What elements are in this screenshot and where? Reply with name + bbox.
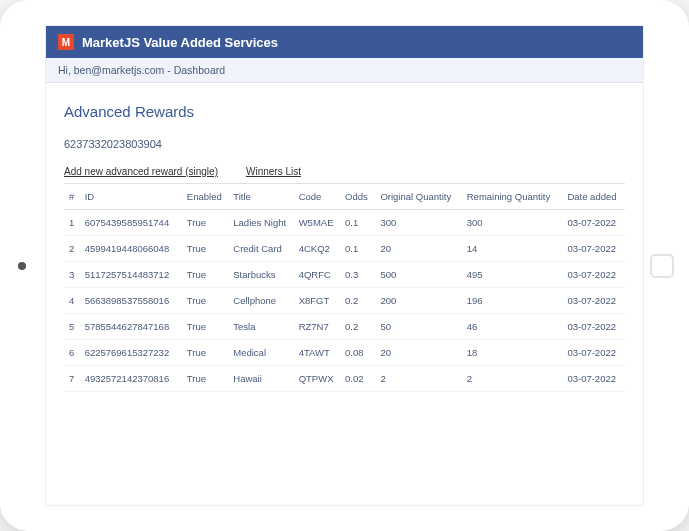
cell-num: 3 bbox=[64, 262, 80, 288]
app-header: M MarketJS Value Added Services bbox=[46, 26, 643, 58]
cell-orig_qty: 200 bbox=[375, 288, 461, 314]
col-header-odds: Odds bbox=[340, 184, 375, 210]
action-links: Add new advanced reward (single) Winners… bbox=[64, 166, 625, 177]
cell-rem_qty: 2 bbox=[462, 366, 563, 392]
add-reward-link[interactable]: Add new advanced reward (single) bbox=[64, 166, 218, 177]
logo-letter: M bbox=[62, 37, 70, 48]
app-title: MarketJS Value Added Services bbox=[82, 35, 278, 50]
cell-enabled: True bbox=[182, 210, 228, 236]
cell-num: 5 bbox=[64, 314, 80, 340]
col-header-code: Code bbox=[294, 184, 340, 210]
cell-num: 2 bbox=[64, 236, 80, 262]
cell-enabled: True bbox=[182, 236, 228, 262]
tablet-home-button[interactable] bbox=[650, 254, 674, 278]
cell-code: QTPWX bbox=[294, 366, 340, 392]
cell-rem_qty: 14 bbox=[462, 236, 563, 262]
winners-list-link[interactable]: Winners List bbox=[246, 166, 301, 177]
cell-date: 03-07-2022 bbox=[562, 210, 625, 236]
cell-date: 03-07-2022 bbox=[562, 314, 625, 340]
cell-code: 4TAWT bbox=[294, 340, 340, 366]
cell-rem_qty: 46 bbox=[462, 314, 563, 340]
cell-orig_qty: 2 bbox=[375, 366, 461, 392]
cell-odds: 0.1 bbox=[340, 236, 375, 262]
cell-id: 5663898537558016 bbox=[80, 288, 182, 314]
cell-odds: 0.1 bbox=[340, 210, 375, 236]
cell-num: 4 bbox=[64, 288, 80, 314]
cell-odds: 0.02 bbox=[340, 366, 375, 392]
cell-enabled: True bbox=[182, 314, 228, 340]
cell-id: 6225769615327232 bbox=[80, 340, 182, 366]
cell-rem_qty: 495 bbox=[462, 262, 563, 288]
cell-title: Cellphone bbox=[228, 288, 293, 314]
cell-code: 4QRFC bbox=[294, 262, 340, 288]
cell-code: RZ7N7 bbox=[294, 314, 340, 340]
logo-icon: M bbox=[58, 34, 74, 50]
cell-rem_qty: 18 bbox=[462, 340, 563, 366]
cell-id: 5785544627847168 bbox=[80, 314, 182, 340]
cell-rem_qty: 300 bbox=[462, 210, 563, 236]
cell-date: 03-07-2022 bbox=[562, 340, 625, 366]
cell-title: Hawaii bbox=[228, 366, 293, 392]
cell-id: 6075439585951744 bbox=[80, 210, 182, 236]
col-header-enabled: Enabled bbox=[182, 184, 228, 210]
table-row[interactable]: 45663898537558016TrueCellphoneX8FGT0.220… bbox=[64, 288, 625, 314]
table-row[interactable]: 55785544627847168TrueTeslaRZ7N70.2504603… bbox=[64, 314, 625, 340]
cell-odds: 0.08 bbox=[340, 340, 375, 366]
page-title: Advanced Rewards bbox=[64, 103, 625, 120]
cell-odds: 0.2 bbox=[340, 314, 375, 340]
cell-odds: 0.2 bbox=[340, 288, 375, 314]
cell-orig_qty: 500 bbox=[375, 262, 461, 288]
cell-title: Tesla bbox=[228, 314, 293, 340]
cell-rem_qty: 196 bbox=[462, 288, 563, 314]
tablet-camera bbox=[18, 262, 26, 270]
cell-code: 4CKQ2 bbox=[294, 236, 340, 262]
cell-odds: 0.3 bbox=[340, 262, 375, 288]
cell-title: Medical bbox=[228, 340, 293, 366]
main-content: Advanced Rewards 6237332023803904 Add ne… bbox=[46, 83, 643, 402]
col-header-num: # bbox=[64, 184, 80, 210]
table-row[interactable]: 66225769615327232TrueMedical4TAWT0.08201… bbox=[64, 340, 625, 366]
col-header-id: ID bbox=[80, 184, 182, 210]
table-row[interactable]: 16075439585951744TrueLadies NightW5MAE0.… bbox=[64, 210, 625, 236]
cell-num: 7 bbox=[64, 366, 80, 392]
cell-num: 1 bbox=[64, 210, 80, 236]
cell-date: 03-07-2022 bbox=[562, 262, 625, 288]
tablet-device-frame: M MarketJS Value Added Services Hi, ben@… bbox=[0, 0, 689, 531]
table-row[interactable]: 35117257514483712TrueStarbucks4QRFC0.350… bbox=[64, 262, 625, 288]
col-header-origqty: Original Quantity bbox=[375, 184, 461, 210]
cell-code: X8FGT bbox=[294, 288, 340, 314]
cell-id: 4932572142370816 bbox=[80, 366, 182, 392]
cell-enabled: True bbox=[182, 340, 228, 366]
cell-title: Ladies Night bbox=[228, 210, 293, 236]
greeting-text: Hi, ben@marketjs.com - Dashboard bbox=[58, 64, 225, 76]
sub-header: Hi, ben@marketjs.com - Dashboard bbox=[46, 58, 643, 83]
cell-date: 03-07-2022 bbox=[562, 288, 625, 314]
cell-title: Starbucks bbox=[228, 262, 293, 288]
cell-enabled: True bbox=[182, 288, 228, 314]
cell-num: 6 bbox=[64, 340, 80, 366]
rewards-table: # ID Enabled Title Code Odds Original Qu… bbox=[64, 183, 625, 392]
cell-orig_qty: 300 bbox=[375, 210, 461, 236]
cell-enabled: True bbox=[182, 262, 228, 288]
cell-code: W5MAE bbox=[294, 210, 340, 236]
cell-id: 4599419448066048 bbox=[80, 236, 182, 262]
cell-date: 03-07-2022 bbox=[562, 366, 625, 392]
cell-date: 03-07-2022 bbox=[562, 236, 625, 262]
cell-id: 5117257514483712 bbox=[80, 262, 182, 288]
cell-title: Credit Card bbox=[228, 236, 293, 262]
cell-orig_qty: 50 bbox=[375, 314, 461, 340]
record-id: 6237332023803904 bbox=[64, 138, 625, 150]
cell-orig_qty: 20 bbox=[375, 340, 461, 366]
col-header-title: Title bbox=[228, 184, 293, 210]
col-header-date: Date added bbox=[562, 184, 625, 210]
table-row[interactable]: 74932572142370816TrueHawaiiQTPWX0.022203… bbox=[64, 366, 625, 392]
cell-enabled: True bbox=[182, 366, 228, 392]
app-screen: M MarketJS Value Added Services Hi, ben@… bbox=[45, 25, 644, 506]
table-header-row: # ID Enabled Title Code Odds Original Qu… bbox=[64, 184, 625, 210]
col-header-remqty: Remaining Quantity bbox=[462, 184, 563, 210]
table-row[interactable]: 24599419448066048TrueCredit Card4CKQ20.1… bbox=[64, 236, 625, 262]
cell-orig_qty: 20 bbox=[375, 236, 461, 262]
